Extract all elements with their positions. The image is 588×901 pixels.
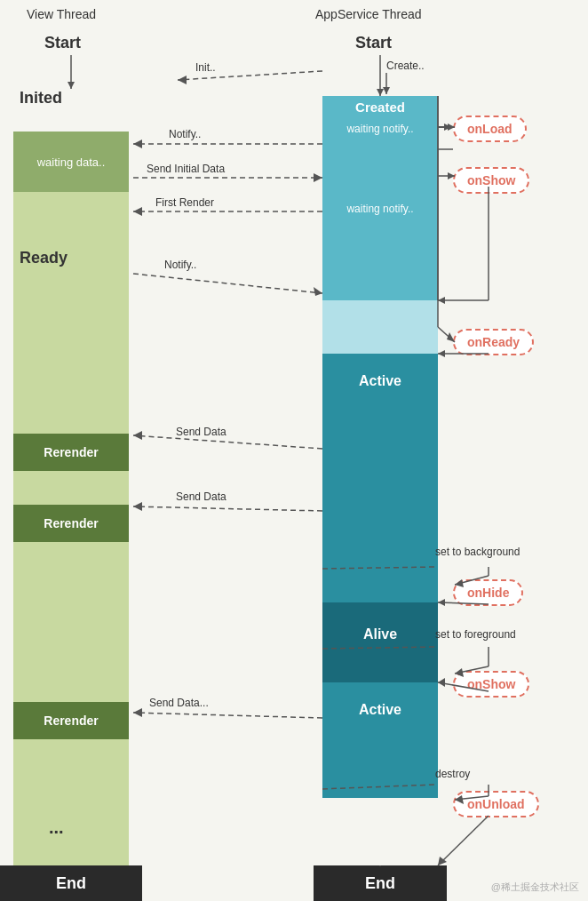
on-hide-callback: onHide bbox=[453, 579, 523, 606]
vt-end: End bbox=[0, 865, 142, 901]
svg-text:destroy: destroy bbox=[435, 768, 470, 780]
svg-marker-34 bbox=[438, 297, 445, 304]
at-alive-block bbox=[322, 602, 438, 682]
svg-marker-9 bbox=[383, 87, 390, 94]
on-unload-callback: onUnload bbox=[453, 791, 539, 817]
svg-marker-5 bbox=[178, 76, 187, 84]
svg-marker-70 bbox=[438, 857, 447, 865]
at-active1-label: Active bbox=[322, 373, 438, 389]
at-active2-block bbox=[322, 682, 438, 798]
at-waiting-notify2: waiting notify.. bbox=[322, 203, 438, 215]
appservice-thread-label: AppService Thread bbox=[315, 7, 422, 21]
svg-line-61 bbox=[133, 713, 322, 718]
at-start: Start bbox=[355, 34, 392, 52]
vt-ready: Ready bbox=[20, 249, 68, 267]
svg-text:Notify..: Notify.. bbox=[169, 128, 201, 140]
watermark: @稀土掘金技术社区 bbox=[491, 881, 579, 894]
svg-line-4 bbox=[178, 71, 322, 80]
at-alive-label: Alive bbox=[322, 626, 438, 642]
on-show2-callback: onShow bbox=[453, 671, 529, 698]
vt-rerender3: Rerender bbox=[13, 702, 129, 739]
svg-line-69 bbox=[438, 816, 489, 865]
svg-marker-3 bbox=[377, 89, 384, 96]
svg-marker-25 bbox=[444, 124, 451, 131]
vt-waiting-data: waiting data.. bbox=[13, 132, 129, 192]
svg-text:Init..: Init.. bbox=[195, 61, 216, 74]
at-active1-block bbox=[322, 354, 438, 602]
vt-ellipsis: ... bbox=[49, 817, 64, 838]
vt-start: Start bbox=[44, 34, 81, 52]
diagram-container: View Thread AppService Thread Start Init… bbox=[0, 0, 588, 901]
svg-text:First Render: First Render bbox=[155, 196, 214, 209]
svg-marker-42 bbox=[133, 431, 142, 440]
svg-text:Notify..: Notify.. bbox=[164, 259, 196, 271]
svg-marker-60 bbox=[438, 678, 445, 687]
svg-text:set to background: set to background bbox=[435, 546, 520, 558]
svg-line-44 bbox=[133, 506, 322, 511]
vt-inited: Inited bbox=[20, 89, 62, 108]
at-created-label: Created bbox=[322, 100, 438, 115]
svg-marker-45 bbox=[133, 502, 142, 511]
at-end: End bbox=[314, 865, 447, 901]
svg-marker-20 bbox=[314, 287, 322, 296]
vt-rerender2: Rerender bbox=[13, 505, 129, 542]
svg-marker-11 bbox=[133, 140, 142, 148]
svg-text:Create..: Create.. bbox=[386, 60, 425, 72]
view-thread-label: View Thread bbox=[27, 7, 96, 21]
svg-marker-39 bbox=[438, 350, 445, 357]
svg-text:Send Data...: Send Data... bbox=[149, 697, 209, 709]
svg-text:Send Data: Send Data bbox=[176, 490, 226, 503]
svg-marker-62 bbox=[133, 708, 142, 717]
on-show1-callback: onShow bbox=[453, 167, 529, 194]
at-ready-block bbox=[322, 300, 438, 355]
svg-line-41 bbox=[133, 435, 322, 449]
svg-marker-17 bbox=[133, 207, 142, 216]
at-waiting-notify1: waiting notify.. bbox=[322, 123, 438, 135]
on-ready-callback: onReady bbox=[453, 329, 534, 355]
svg-text:Send Initial Data: Send Initial Data bbox=[147, 163, 225, 175]
svg-marker-53 bbox=[438, 599, 445, 606]
vt-rerender1: Rerender bbox=[13, 434, 129, 471]
svg-marker-1 bbox=[68, 82, 75, 89]
svg-line-19 bbox=[133, 274, 322, 293]
on-load-callback: onLoad bbox=[453, 116, 527, 142]
svg-text:Send Data: Send Data bbox=[176, 426, 226, 438]
svg-marker-14 bbox=[314, 173, 322, 182]
at-active2-label: Active bbox=[322, 702, 438, 718]
svg-text:set to foreground: set to foreground bbox=[435, 628, 516, 641]
